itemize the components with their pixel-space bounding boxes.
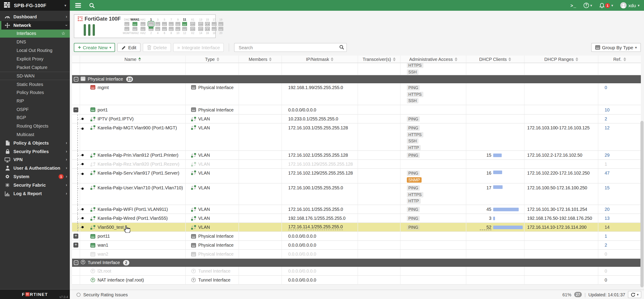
sidebar-item-rip[interactable]: RIP — [0, 97, 70, 105]
table-row[interactable]: Karelia-Palp-MGT.Vlan900 (Port1-MGT)VLAN… — [72, 124, 641, 151]
port-2[interactable] — [148, 27, 154, 31]
scrollbar-thumb[interactable] — [640, 121, 644, 287]
port-19[interactable] — [218, 22, 223, 26]
port-ha2[interactable] — [140, 27, 146, 31]
port-16[interactable] — [205, 27, 210, 31]
ref-link[interactable]: 2 — [604, 116, 607, 121]
star-icon[interactable]: ☆ — [61, 31, 65, 36]
port-7[interactable] — [169, 22, 174, 26]
port-x2[interactable] — [190, 27, 195, 31]
ref-link[interactable]: 14 — [604, 225, 610, 230]
port-5[interactable] — [162, 22, 167, 26]
row-expand-cell[interactable]: + — [72, 241, 80, 249]
ref-link[interactable]: 12 — [604, 125, 610, 130]
port-12[interactable] — [182, 27, 187, 31]
ref-link[interactable]: 0 — [604, 278, 607, 282]
table-row[interactable]: Karelia-Palp-User.Vlan710 (Port1.Vlan710… — [72, 184, 641, 205]
dhcp-client-count[interactable]: 16 — [480, 170, 492, 176]
port-6[interactable] — [162, 27, 167, 31]
sidebar-item-local-out-routing[interactable]: Local Out Routing — [0, 46, 70, 54]
sidebar-item-security-fabric[interactable]: Security Fabric› — [0, 181, 70, 189]
port-9[interactable] — [176, 22, 180, 26]
column-header-type[interactable]: Type — [186, 56, 239, 63]
help-button[interactable]: ?▾ — [584, 3, 592, 8]
port-20[interactable] — [218, 27, 223, 31]
table-row[interactable]: NAT interface (naf.root)Tunnel Interface… — [72, 276, 641, 285]
sidebar-item-multicast[interactable]: Multicast — [0, 130, 70, 139]
table-row[interactable]: +port11Physical Interface0.0.0.0/0.0.0.0… — [72, 232, 641, 241]
sidebar-item-user-authentication[interactable]: User & Authentication› — [0, 164, 70, 172]
column-header-dhcp-ranges[interactable]: DHCP Ranges — [524, 56, 598, 63]
ref-link[interactable]: 2 — [604, 242, 607, 248]
dhcp-client-count[interactable]: 52 — [480, 224, 492, 230]
global-search-icon[interactable] — [89, 2, 95, 8]
cli-console-icon[interactable]: >_ — [570, 3, 576, 8]
column-header-dhcp-clients[interactable]: DHCP Clients — [466, 56, 524, 63]
sidebar-item-vpn[interactable]: VPN› — [0, 156, 70, 164]
column-header-ip-netmask[interactable]: IP/Netmask — [282, 56, 358, 63]
sidebar-item-ospf[interactable]: OSPF — [0, 105, 70, 114]
sidebar-item-log-report[interactable]: Log & Report› — [0, 189, 70, 198]
menu-toggle-icon[interactable] — [75, 3, 81, 8]
expand-row-button[interactable]: + — [74, 234, 78, 238]
table-row[interactable]: mgmtPhysical Interface192.168.1.99/255.2… — [72, 83, 641, 105]
collapse-row-button[interactable]: − — [74, 107, 78, 112]
dhcp-client-count[interactable]: 15 — [480, 153, 492, 158]
row-expand-cell[interactable]: − — [72, 105, 80, 114]
expand-row-button[interactable]: + — [74, 242, 78, 248]
integrate-interface-button[interactable]: » Integrate Interface — [173, 43, 224, 52]
sidebar-item-dashboard[interactable]: Dashboard› — [0, 12, 70, 21]
security-rating-label[interactable]: Security Rating Issues — [83, 292, 128, 297]
refresh-button[interactable]: ▾ — [628, 291, 641, 298]
port-ha1[interactable] — [140, 22, 146, 26]
port-15[interactable] — [205, 22, 210, 26]
sidebar-item-bgp[interactable]: BGP — [0, 114, 70, 122]
column-header-name[interactable]: Name — [80, 56, 186, 63]
ref-link[interactable]: 47 — [604, 170, 610, 176]
dhcp-client-count[interactable]: 45 — [480, 207, 492, 212]
port-mgmt[interactable] — [124, 27, 129, 31]
table-row[interactable]: HTTPSSSH — [72, 63, 641, 75]
port-x1[interactable] — [190, 22, 195, 26]
sidebar-item-sd-wan[interactable]: SD-WAN — [0, 72, 70, 80]
table-row[interactable]: Karelia-Palp-Wired (Port1.Vlan555)VLAN19… — [72, 214, 641, 223]
sidebar-item-system[interactable]: System1› — [0, 172, 70, 181]
search-input[interactable] — [238, 44, 340, 50]
table-row[interactable]: −port1Physical Interface0.0.0.0/0.0.0.01… — [72, 105, 641, 114]
table-row[interactable]: Karelia-Palp-Serv.Vlan917 (Port1.Server)… — [72, 169, 641, 184]
sidebar-item-security-profiles[interactable]: Security Profiles› — [0, 147, 70, 156]
column-header-administrative-access[interactable]: Administrative Access — [400, 56, 466, 63]
sidebar-item-network[interactable]: Network› — [0, 21, 70, 30]
sidebar-item-policy-routes[interactable]: Policy Routes — [0, 88, 70, 97]
sidebar-item-packet-capture[interactable]: Packet Capture — [0, 63, 70, 72]
port-13[interactable] — [198, 22, 203, 26]
collapse-section-button[interactable]: − — [74, 260, 78, 265]
table-row[interactable]: Vlan500_testVLAN172.16.114.1/255.255.255… — [72, 223, 641, 232]
port-18[interactable] — [212, 27, 216, 31]
sidebar-item-explicit-proxy[interactable]: Explicit Proxy — [0, 54, 70, 63]
column-header-transceiver-s[interactable]: Transceiver(s) — [358, 56, 400, 63]
collapse-section-button[interactable]: − — [74, 77, 78, 81]
ref-link[interactable]: 15 — [604, 185, 610, 190]
group-by-type-button[interactable]: Group By Type ▾ — [591, 43, 641, 52]
ref-link[interactable]: 20 — [604, 207, 610, 212]
port-wan1[interactable] — [132, 22, 138, 26]
ref-link[interactable]: 0 — [604, 85, 607, 90]
ref-link[interactable]: 1 — [604, 234, 607, 238]
port-wan2[interactable] — [132, 27, 138, 31]
sidebar-item-interfaces[interactable]: Interfaces☆ — [0, 29, 70, 38]
table-row[interactable]: wan2Physical Interface0.0.0.0/0.0.0.00 — [72, 250, 641, 259]
table-row[interactable]: Karelia-Palp-Prin.Vlan912 (Port1.Printer… — [72, 151, 641, 160]
device-selector[interactable]: SPB-FG-100F ▾ — [0, 0, 70, 11]
search-icon[interactable] — [340, 44, 344, 52]
dhcp-client-count[interactable]: 3 — [480, 216, 492, 221]
port-17[interactable] — [212, 22, 216, 26]
notifications-button[interactable]: 1 ▾ — [599, 2, 613, 8]
sidebar-item-routing-objects[interactable]: Routing Objects — [0, 122, 70, 130]
port-4[interactable] — [155, 27, 160, 31]
ref-link[interactable]: 13 — [604, 216, 610, 221]
sidebar-item-static-routes[interactable]: Static Routes — [0, 80, 70, 88]
column-header-ref[interactable]: Ref. — [598, 56, 641, 63]
dhcp-client-count[interactable]: 17 — [480, 185, 492, 190]
port-8[interactable] — [169, 27, 174, 31]
